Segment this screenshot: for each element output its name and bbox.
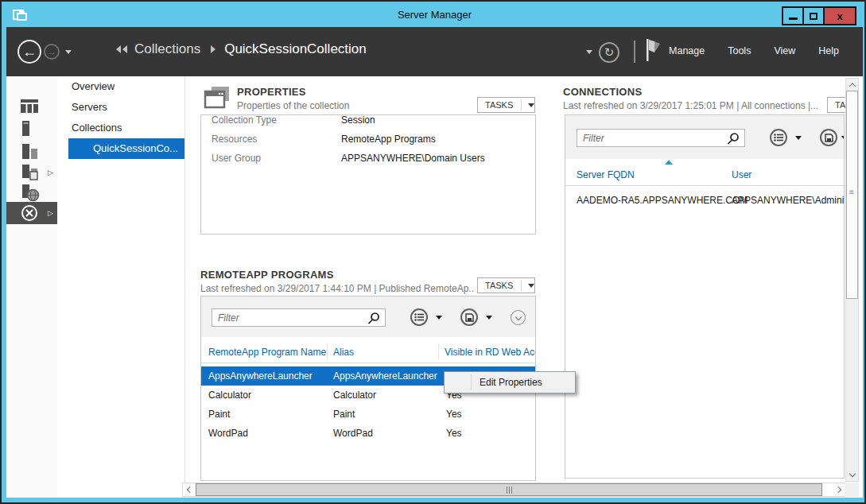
tasks-label: TASKS <box>485 100 513 110</box>
remoteapp-tasks-button[interactable]: TASKS <box>477 277 535 293</box>
remoteapp-table-row[interactable]: Paint Paint Yes <box>201 405 535 424</box>
breadcrumb: Collections QuickSessionCollection <box>116 41 367 57</box>
remoteapp-section-subtitle: Last refreshed on 3/29/2017 1:44:10 PM |… <box>200 283 475 294</box>
properties-section-title: PROPERTIES <box>237 86 306 98</box>
breadcrumb-separator-icon <box>211 45 216 53</box>
tasks-label: TASKS <box>485 281 513 290</box>
breadcrumb-collections[interactable]: Collections <box>134 41 200 57</box>
scroll-left-button[interactable] <box>183 483 195 495</box>
field-label: User Group <box>212 153 261 164</box>
context-menu-gutter <box>471 374 472 390</box>
column-header-program-name[interactable]: RemoteApp Program Name <box>208 347 326 358</box>
context-menu-item-edit-properties[interactable]: Edit Properties <box>446 374 573 391</box>
refresh-button[interactable]: ↻ <box>599 42 619 63</box>
file-storage-icon <box>21 165 40 180</box>
chevron-right-icon <box>835 486 841 492</box>
forward-arrow-icon: → <box>47 46 56 57</box>
scroll-right-button[interactable] <box>833 483 845 495</box>
properties-field-row: User Group APPSANYWHERE\Domain Users <box>200 153 536 172</box>
sidebar-item-file-storage-services[interactable]: ▷ <box>6 162 57 183</box>
rds-nav-item[interactable]: QuickSessionCo... <box>68 138 184 159</box>
connections-section-title: CONNECTIONS <box>563 86 642 98</box>
remoteapp-section-title: REMOTEAPP PROGRAMS <box>200 269 334 281</box>
vertical-scrollbar-thumb[interactable]: ≡ <box>846 91 858 299</box>
cell-visible: Yes <box>446 424 462 443</box>
column-header-visible[interactable]: Visible in RD Web Acc <box>445 347 536 358</box>
menubar-item[interactable]: View <box>774 45 795 56</box>
close-button[interactable]: x <box>823 6 856 25</box>
rds-nav-item-label: Collections <box>72 122 122 134</box>
horizontal-scrollbar[interactable] <box>182 483 846 497</box>
navigation-bar: ← → Collections QuickSessionCollection ↻ <box>6 27 863 76</box>
connections-table-row[interactable]: AADEMO-RA5.APPSANYWHERE.COM APPSANYWHERE… <box>565 190 845 211</box>
minimize-button[interactable] <box>782 6 804 25</box>
sidebar-item-dashboard[interactable] <box>6 95 57 116</box>
properties-fields: Collection Type Session Resources Remote… <box>200 114 536 172</box>
tasks-dropdown-icon <box>528 103 534 107</box>
expand-icon[interactable]: ▷ <box>48 169 53 176</box>
menubar-item[interactable]: Help <box>818 45 839 56</box>
context-menu: Edit Properties <box>444 371 576 394</box>
connections-tasks-clip: TASKS <box>827 97 845 114</box>
sidebar-item-all-servers[interactable] <box>6 141 57 161</box>
save-query-dropdown-icon[interactable] <box>841 136 845 140</box>
sidebar-item-remote-desktop-services[interactable]: ▷ <box>6 202 57 224</box>
list-icon <box>774 134 783 142</box>
column-header-server-fqdn[interactable]: Server FQDN <box>577 169 635 180</box>
column-divider <box>327 343 328 360</box>
field-value: Session <box>341 114 375 126</box>
rds-nav-item-label: Overview <box>72 80 115 92</box>
scroll-up-button[interactable] <box>846 79 858 91</box>
filter-criteria-dropdown-icon[interactable] <box>436 316 442 320</box>
horizontal-scrollbar-thumb[interactable] <box>196 483 822 496</box>
cell-program-name: Paint <box>208 405 230 424</box>
scroll-down-button[interactable] <box>846 469 858 481</box>
filter-criteria-button[interactable] <box>770 129 787 146</box>
rds-nav-item[interactable]: Servers <box>57 97 184 118</box>
connections-filter-input[interactable] <box>577 129 745 147</box>
save-query-button[interactable] <box>820 129 837 146</box>
properties-tasks-button[interactable]: TASKS <box>477 97 535 113</box>
remoteapp-filter-input[interactable] <box>212 308 386 327</box>
chevron-up-icon <box>849 83 855 89</box>
field-value: APPSANYWHERE\Domain Users <box>341 153 485 164</box>
menubar-item[interactable]: Tools <box>728 45 751 56</box>
field-value: RemoteApp Programs <box>341 134 436 145</box>
collapse-panel-button[interactable] <box>511 310 526 325</box>
menubar-item[interactable]: Manage <box>669 45 705 56</box>
close-icon: x <box>837 10 842 22</box>
rds-nav-item[interactable]: Overview <box>57 76 184 97</box>
search-icon[interactable] <box>727 132 740 148</box>
search-icon[interactable] <box>367 312 380 328</box>
tasks-label: TASKS <box>835 100 845 110</box>
notification-flag-icon[interactable] <box>644 37 662 66</box>
field-label: Collection Type <box>212 114 277 126</box>
column-header-user[interactable]: User <box>732 169 751 180</box>
filter-criteria-button[interactable] <box>410 308 428 326</box>
all-servers-icon <box>21 144 40 159</box>
notifications-dropdown-icon[interactable] <box>586 50 592 54</box>
save-query-button[interactable] <box>460 308 478 326</box>
save-query-dropdown-icon[interactable] <box>486 316 492 320</box>
expand-icon[interactable]: ▷ <box>48 209 53 217</box>
server-globe-icon <box>21 184 40 202</box>
maximize-button[interactable] <box>802 6 825 25</box>
refresh-icon: ↻ <box>604 45 615 60</box>
connections-tasks-button[interactable]: TASKS <box>827 97 845 113</box>
menubar: ManageToolsViewHelp <box>669 45 839 56</box>
sidebar-item-iis[interactable] <box>6 183 57 204</box>
sidebar-item-local-server[interactable] <box>6 118 57 138</box>
remoteapp-table-row[interactable]: WordPad WordPad Yes <box>201 424 535 443</box>
remote-desktop-services-icon <box>21 204 38 222</box>
filter-criteria-dropdown-icon[interactable] <box>795 136 802 140</box>
column-divider <box>438 343 439 360</box>
column-header-alias[interactable]: Alias <box>333 347 354 358</box>
connections-section-subtitle: Last refreshed on 3/29/2017 1:25:01 PM |… <box>563 100 825 111</box>
history-dropdown-icon[interactable] <box>65 50 72 54</box>
forward-button[interactable]: → <box>44 44 60 60</box>
rds-nav-panel: Overview Servers Collections QuickSessio… <box>57 76 185 498</box>
back-button[interactable]: ← <box>17 40 41 64</box>
rds-nav-item[interactable]: Collections <box>57 118 184 138</box>
vertical-scrollbar[interactable]: ≡ <box>845 78 859 482</box>
title-bar: Server Manager x <box>3 3 866 27</box>
